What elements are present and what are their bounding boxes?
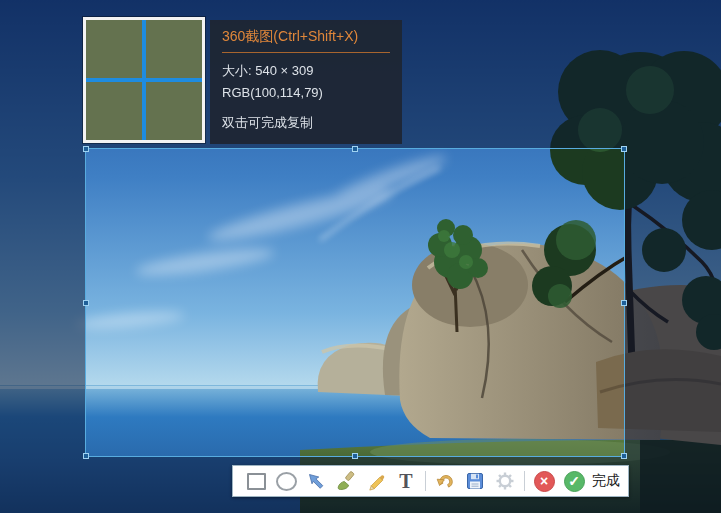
- toolbar-divider: [524, 471, 525, 491]
- done-button[interactable]: ✓: [559, 468, 589, 494]
- brush-icon: [336, 471, 356, 491]
- undo-icon: [435, 471, 455, 491]
- brush-tool[interactable]: [331, 468, 361, 494]
- check-icon: ✓: [564, 471, 585, 492]
- rectangle-tool[interactable]: [241, 468, 271, 494]
- resize-handle-top[interactable]: [352, 146, 358, 152]
- magnifier-preview: [83, 17, 205, 143]
- arrow-icon: [306, 471, 326, 491]
- text-tool[interactable]: T: [391, 468, 421, 494]
- rectangle-icon: [247, 473, 266, 490]
- copy-hint-text: 双击可完成复制: [222, 114, 390, 132]
- screenshot-capture-overlay: 360截图(Ctrl+Shift+X) 大小: 540 × 309 RGB(10…: [0, 0, 721, 513]
- resize-handle-left[interactable]: [83, 300, 89, 306]
- dim-overlay-left: [0, 148, 85, 457]
- cancel-icon: ×: [534, 471, 555, 492]
- dim-overlay-right: [625, 148, 721, 457]
- settings-button[interactable]: [490, 468, 520, 494]
- resize-handle-right[interactable]: [621, 300, 627, 306]
- undo-button[interactable]: [430, 468, 460, 494]
- done-label[interactable]: 完成: [592, 472, 620, 490]
- toolbar-divider: [425, 471, 426, 491]
- app-title: 360截图(Ctrl+Shift+X): [222, 28, 390, 53]
- save-icon: [465, 471, 485, 491]
- resize-handle-top-left[interactable]: [83, 146, 89, 152]
- pen-tool[interactable]: [361, 468, 391, 494]
- capture-info-panel: 360截图(Ctrl+Shift+X) 大小: 540 × 309 RGB(10…: [210, 20, 402, 144]
- resize-handle-top-right[interactable]: [621, 146, 627, 152]
- resize-handle-bottom[interactable]: [352, 453, 358, 459]
- capture-toolbar: T: [232, 465, 629, 497]
- save-button[interactable]: [460, 468, 490, 494]
- crosshair-horizontal: [86, 78, 202, 82]
- text-tool-icon: T: [399, 471, 412, 491]
- capture-selection-area[interactable]: [85, 148, 625, 457]
- gear-icon: [495, 471, 515, 491]
- ellipse-tool[interactable]: [271, 468, 301, 494]
- resize-handle-bottom-right[interactable]: [621, 453, 627, 459]
- cancel-button[interactable]: ×: [529, 468, 559, 494]
- ellipse-icon: [276, 472, 297, 491]
- pencil-icon: [366, 471, 386, 491]
- selection-size-readout: 大小: 540 × 309: [222, 62, 390, 80]
- pixel-rgb-readout: RGB(100,114,79): [222, 85, 390, 100]
- arrow-tool[interactable]: [301, 468, 331, 494]
- resize-handle-bottom-left[interactable]: [83, 453, 89, 459]
